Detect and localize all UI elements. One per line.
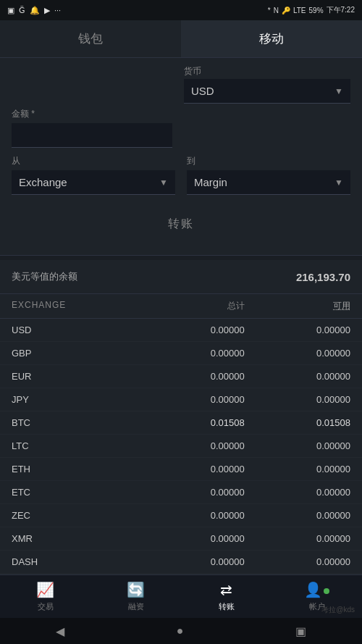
icon-bell: 🔔: [30, 6, 40, 15]
icon-g: G̈: [19, 6, 25, 15]
from-chevron-icon: ▼: [159, 177, 168, 188]
table-body: USD 0.00000 0.00000 GBP 0.00000 0.00000 …: [0, 319, 362, 597]
cell-name: GBP: [12, 348, 139, 359]
status-right-icons: * N 🔑 LTE 59% 下午7:22: [268, 5, 355, 15]
from-value: Exchange: [19, 176, 67, 188]
to-section: 到 Margin ▼: [187, 155, 350, 195]
transfer-button[interactable]: 转账: [96, 209, 266, 239]
to-value: Margin: [194, 176, 227, 188]
col-avail-label: 可用: [245, 300, 350, 312]
transfer-icon: ⇄: [220, 581, 232, 598]
cell-avail: 0.00000: [245, 464, 350, 474]
table-row: XMR 0.00000 0.00000: [0, 527, 362, 551]
balance-label: 美元等值的余额: [12, 270, 77, 283]
cell-total: 0.00000: [139, 487, 245, 498]
table-row: LTC 0.00000 0.00000: [0, 435, 362, 458]
amount-input[interactable]: [12, 123, 172, 148]
table-row: GBP 0.00000 0.00000: [0, 342, 362, 365]
cell-name: ETH: [12, 464, 139, 474]
cell-name: EUR: [12, 371, 139, 382]
to-chevron-icon: ▼: [334, 177, 343, 188]
cell-total: 0.00000: [139, 440, 245, 451]
amount-spacer: [184, 108, 350, 148]
tab-transfer[interactable]: 移动: [181, 20, 362, 57]
from-section: 从 Exchange ▼: [12, 155, 175, 195]
amount-row: 金额 *: [12, 108, 350, 148]
table-row: BTC 0.01508 0.01508: [0, 411, 362, 435]
cell-avail: 0.00000: [245, 325, 350, 335]
currency-dropdown[interactable]: USD ▼: [184, 79, 350, 104]
table-row: USD 0.00000 0.00000: [0, 319, 362, 342]
cell-name: USD: [12, 325, 139, 335]
cell-total: 0.00000: [139, 533, 245, 544]
icon-nfc: N: [274, 7, 279, 14]
table-row: ETC 0.00000 0.00000: [0, 481, 362, 504]
bottom-nav: 📈 交易 🔄 融资 ⇄ 转账 👤 帐户: [0, 574, 362, 618]
balance-section: 美元等值的余额 216,193.70: [0, 260, 362, 294]
nav-transfer[interactable]: ⇄ 转账: [181, 575, 272, 618]
nav-finance-label: 融资: [128, 601, 144, 612]
cell-avail: 0.00000: [245, 556, 350, 567]
currency-label: 货币: [184, 65, 345, 78]
table-header: EXCHANGE 总计 可用: [0, 294, 362, 319]
battery: 59%: [309, 7, 324, 14]
exchange-section: EXCHANGE 总计 可用 USD 0.00000 0.00000 GBP 0…: [0, 294, 362, 597]
nav-finance[interactable]: 🔄 融资: [90, 575, 181, 618]
to-dropdown[interactable]: Margin ▼: [187, 170, 350, 195]
currency-row: 货币 USD ▼: [12, 65, 350, 104]
cell-avail: 0.00000: [245, 371, 350, 382]
table-row: EUR 0.00000 0.00000: [0, 365, 362, 388]
cell-name: ETC: [12, 487, 139, 498]
cell-name: JPY: [12, 394, 139, 405]
cell-total: 0.01508: [139, 417, 245, 428]
cell-total: 0.00000: [139, 371, 245, 382]
currency-section: 货币 USD ▼: [184, 65, 350, 104]
table-row: JPY 0.00000 0.00000: [0, 388, 362, 411]
icon-square: ▣: [7, 6, 14, 15]
android-recent-btn[interactable]: ▣: [295, 624, 306, 638]
android-nav: ◀ ● ▣: [0, 618, 362, 644]
form-area: 货币 USD ▼ 金额 * 从 Exchange ▼ 到 Margin ▼: [0, 58, 362, 256]
android-home-btn[interactable]: ●: [177, 624, 184, 637]
watermark: 考拉@kds: [321, 605, 355, 615]
transfer-btn-area: 转账: [12, 202, 350, 243]
cell-avail: 0.00000: [245, 487, 350, 498]
icon-play: ▶: [44, 6, 50, 15]
cell-total: 0.00000: [139, 325, 245, 335]
cell-avail: 0.01508: [245, 417, 350, 428]
nav-trading[interactable]: 📈 交易: [0, 575, 90, 618]
account-dot: [324, 588, 329, 594]
cell-name: LTC: [12, 440, 139, 451]
from-label: 从: [12, 155, 175, 167]
icon-key: 🔑: [282, 7, 290, 14]
table-row: DASH 0.00000 0.00000: [0, 551, 362, 574]
from-dropdown[interactable]: Exchange ▼: [12, 170, 175, 195]
cell-total: 0.00000: [139, 394, 245, 405]
finance-icon: 🔄: [127, 581, 145, 598]
trading-icon: 📈: [36, 581, 54, 598]
status-left-icons: ▣ G̈ 🔔 ▶ ···: [7, 6, 61, 15]
lte-indicator: LTE: [293, 7, 306, 14]
balance-value: 216,193.70: [296, 271, 350, 283]
from-to-row: 从 Exchange ▼ 到 Margin ▼: [12, 155, 350, 195]
cell-avail: 0.00000: [245, 440, 350, 451]
cell-name: ZEC: [12, 510, 139, 521]
nav-transfer-label: 转账: [219, 601, 235, 612]
cell-total: 0.00000: [139, 464, 245, 474]
currency-value: USD: [191, 85, 214, 97]
cell-avail: 0.00000: [245, 510, 350, 521]
currency-chevron-icon: ▼: [334, 86, 343, 96]
icon-bluetooth: *: [268, 7, 271, 14]
icon-dots: ···: [54, 6, 61, 14]
account-icon: 👤: [304, 581, 329, 598]
tab-wallet[interactable]: 钱包: [0, 20, 181, 57]
cell-total: 0.00000: [139, 510, 245, 521]
amount-section: 金额 *: [12, 108, 172, 148]
table-row: ETH 0.00000 0.00000: [0, 458, 362, 481]
status-bar: ▣ G̈ 🔔 ▶ ··· * N 🔑 LTE 59% 下午7:22: [0, 0, 362, 20]
cell-avail: 0.00000: [245, 533, 350, 544]
cell-name: XMR: [12, 533, 139, 544]
cell-name: DASH: [12, 556, 139, 567]
col-section-label: EXCHANGE: [12, 300, 139, 312]
android-back-btn[interactable]: ◀: [56, 624, 64, 638]
